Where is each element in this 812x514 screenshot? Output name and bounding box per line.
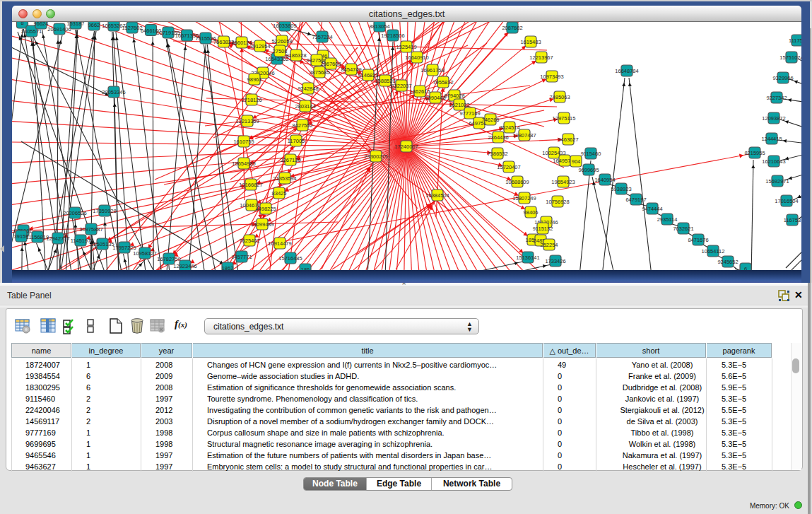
svg-text:3624514: 3624514: [499, 124, 519, 131]
svg-text:8215955: 8215955: [744, 150, 765, 156]
svg-text:9662: 9662: [88, 22, 100, 28]
svg-text:10807487: 10807487: [512, 132, 536, 139]
svg-text:16640910: 16640910: [405, 54, 428, 61]
svg-text:17240007: 17240007: [394, 144, 418, 150]
svg-text:8990448: 8990448: [425, 95, 445, 101]
svg-text:12975115: 12975115: [553, 115, 576, 122]
svg-text:20691406: 20691406: [47, 26, 71, 33]
svg-text:1733426: 1733426: [545, 258, 565, 264]
svg-text:116753: 116753: [784, 217, 801, 223]
svg-text:9777169: 9777169: [459, 110, 480, 117]
svg-text:15716485: 15716485: [278, 255, 302, 262]
svg-text:3912954: 3912954: [249, 43, 270, 49]
svg-text:9699695: 9699695: [578, 167, 599, 173]
svg-text:2935114: 2935114: [657, 216, 678, 223]
svg-text:1527602: 1527602: [122, 25, 142, 31]
svg-text:7485063: 7485063: [549, 94, 570, 100]
svg-text:30975887: 30975887: [79, 226, 102, 233]
svg-text:27508: 27508: [273, 48, 288, 54]
svg-text:12213369: 12213369: [235, 118, 259, 124]
svg-text:10654112: 10654112: [702, 248, 725, 255]
svg-text:16914479: 16914479: [268, 240, 291, 247]
svg-text:252254: 252254: [540, 242, 558, 248]
svg-text:9115132: 9115132: [533, 226, 553, 232]
svg-text:19654985: 19654985: [232, 160, 255, 167]
svg-text:14099489: 14099489: [250, 221, 273, 228]
svg-text:16033809: 16033809: [273, 23, 296, 29]
svg-text:17016504: 17016504: [775, 198, 798, 204]
svg-text:15720407: 15720407: [497, 164, 520, 170]
svg-text:9245652: 9245652: [717, 259, 738, 265]
svg-text:11156819: 11156819: [26, 234, 49, 240]
svg-text:9115460: 9115460: [581, 151, 601, 157]
svg-text:15807249: 15807249: [512, 195, 536, 201]
svg-text:2364436: 2364436: [488, 134, 508, 141]
svg-text:117005: 117005: [288, 138, 305, 144]
svg-text:7955812: 7955812: [433, 79, 453, 86]
svg-text:17359928: 17359928: [93, 208, 116, 214]
svg-text:746266: 746266: [481, 117, 499, 123]
svg-text:12213967: 12213967: [529, 54, 553, 61]
svg-text:29300275: 29300275: [364, 153, 387, 160]
svg-text:1145197: 1145197: [71, 238, 91, 244]
svg-text:2718126: 2718126: [241, 97, 261, 103]
svg-text:15136141: 15136141: [516, 255, 539, 261]
svg-text:7632621: 7632621: [673, 226, 693, 232]
svg-text:4498225: 4498225: [255, 206, 276, 212]
svg-text:8186328: 8186328: [286, 52, 306, 59]
svg-text:1862: 1862: [222, 265, 234, 270]
svg-text:1244415: 1244415: [761, 136, 782, 142]
svg-text:16210643: 16210643: [762, 158, 785, 165]
svg-text:5938923: 5938923: [611, 186, 631, 192]
svg-text:16782759: 16782759: [157, 256, 180, 262]
svg-text:83425: 83425: [272, 190, 287, 197]
svg-text:111754: 111754: [789, 37, 801, 44]
svg-text:9474444: 9474444: [642, 206, 662, 212]
svg-text:8471676: 8471676: [688, 237, 708, 243]
svg-text:9329966: 9329966: [772, 75, 793, 81]
svg-text:8: 8: [20, 22, 23, 26]
svg-text:96624: 96624: [34, 22, 49, 27]
svg-text:7386532: 7386532: [487, 151, 507, 157]
svg-text:6794028: 6794028: [444, 93, 464, 99]
svg-text:153187: 153187: [66, 22, 84, 27]
svg-text:12505135: 12505135: [90, 241, 114, 247]
svg-text:15751074: 15751074: [779, 54, 801, 61]
svg-text:12093872: 12093872: [762, 115, 785, 122]
svg-text:10958127: 10958127: [133, 250, 156, 257]
svg-text:16648784: 16648784: [615, 68, 638, 74]
svg-text:1325419: 1325419: [396, 44, 416, 50]
svg-text:9457771: 9457771: [231, 254, 252, 260]
svg-text:12942757: 12942757: [46, 235, 69, 242]
svg-text:8322037: 8322037: [391, 83, 411, 89]
svg-text:2087682: 2087682: [502, 25, 522, 31]
svg-text:20053346: 20053346: [102, 89, 125, 95]
svg-text:3267130: 3267130: [280, 157, 300, 163]
svg-text:15384504: 15384504: [425, 192, 449, 199]
svg-text:21353594: 21353594: [273, 175, 296, 182]
svg-text:8427552: 8427552: [292, 122, 312, 129]
svg-text:3875685: 3875685: [309, 69, 329, 76]
svg-text:20206526: 20206526: [63, 210, 86, 216]
svg-text:7625402: 7625402: [239, 238, 259, 244]
svg-text:9227342: 9227342: [766, 95, 787, 101]
svg-text:10688609: 10688609: [505, 179, 529, 185]
svg-text:19654923: 19654923: [551, 179, 575, 185]
svg-text:1362615: 1362615: [409, 88, 430, 95]
svg-text:12923446: 12923446: [173, 263, 196, 269]
svg-text:16961758: 16961758: [420, 67, 444, 74]
svg-text:2803144: 2803144: [295, 103, 315, 110]
svg-text:19166827: 19166827: [239, 182, 262, 188]
svg-text:1610755: 1610755: [233, 139, 254, 145]
svg-text:7357224: 7357224: [312, 34, 332, 40]
svg-text:1640954: 1640954: [594, 177, 615, 183]
svg-text:10756928: 10756928: [546, 199, 569, 205]
svg-text:904: 904: [572, 158, 581, 165]
svg-text:98406: 98406: [524, 209, 539, 216]
svg-text:8660124: 8660124: [231, 40, 252, 46]
svg-text:9242848: 9242848: [298, 86, 318, 92]
svg-text:8813054: 8813054: [369, 23, 389, 30]
svg-text:5226058: 5226058: [271, 38, 292, 45]
svg-text:19218506: 19218506: [381, 33, 404, 39]
svg-text:10973493: 10973493: [540, 74, 563, 80]
